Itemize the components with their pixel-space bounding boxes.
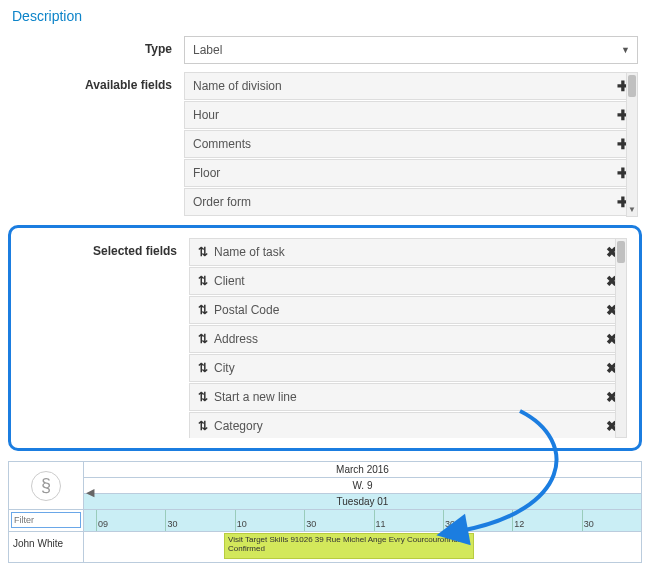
selected-field-item[interactable]: ⇅Client✖ (189, 267, 627, 295)
field-label: Category (214, 419, 606, 433)
drag-handle-icon[interactable]: ⇅ (198, 245, 208, 259)
scroll-thumb[interactable] (628, 75, 636, 97)
selected-fields-row: Selected fields ⇅Name of task✖⇅Client✖⇅P… (11, 238, 633, 438)
hour-tick (512, 510, 513, 531)
resource-name: John White (9, 532, 83, 562)
section-title: Description (0, 0, 650, 32)
selected-fields-list: ⇅Name of task✖⇅Client✖⇅Postal Code✖⇅Addr… (189, 238, 627, 438)
timeline-task-row: Visit Target Skills 91026 39 Rue Michel … (84, 532, 641, 562)
selected-field-item[interactable]: ⇅Start a new line✖ (189, 383, 627, 411)
hour-tick (443, 510, 444, 531)
hour-tick (304, 510, 305, 531)
timeline-task[interactable]: Visit Target Skills 91026 39 Rue Michel … (224, 533, 474, 559)
selected-field-item[interactable]: ⇅Category✖ (189, 412, 627, 438)
timeline-day: Tuesday 01 (84, 494, 641, 510)
field-label: Address (214, 332, 606, 346)
hour-tick (96, 510, 97, 531)
available-field-item[interactable]: Comments✚ (184, 130, 638, 158)
scrollbar[interactable]: ▼ (626, 72, 638, 217)
app-logo-icon: § (31, 471, 61, 501)
type-select[interactable]: Label (184, 36, 638, 64)
hour-label: 12 (514, 519, 524, 529)
available-field-item[interactable]: Floor✚ (184, 159, 638, 187)
timeline-logo-cell: § (9, 462, 83, 510)
timeline-month: March 2016 (84, 462, 641, 478)
scroll-thumb[interactable] (617, 241, 625, 263)
drag-handle-icon[interactable]: ⇅ (198, 332, 208, 346)
field-label: Name of division (193, 79, 617, 93)
selected-field-item[interactable]: ⇅Name of task✖ (189, 238, 627, 266)
timeline: § John White ◀ March 2016 W. 9 Tuesday 0… (8, 461, 642, 563)
drag-handle-icon[interactable]: ⇅ (198, 274, 208, 288)
scroll-down-icon[interactable]: ▼ (628, 205, 636, 214)
hour-label: 11 (376, 519, 386, 529)
type-row: Type Label ▼ (0, 32, 650, 68)
drag-handle-icon[interactable]: ⇅ (198, 303, 208, 317)
available-field-item[interactable]: Order form✚ (184, 188, 638, 216)
hour-label: 10 (237, 519, 247, 529)
filter-input[interactable] (11, 512, 81, 528)
task-text-line1: Visit Target Skills 91026 39 Rue Michel … (228, 535, 470, 544)
field-label: Hour (193, 108, 617, 122)
nav-left-icon[interactable]: ◀ (86, 486, 94, 499)
available-field-item[interactable]: Name of division✚ (184, 72, 638, 100)
field-label: City (214, 361, 606, 375)
field-label: Postal Code (214, 303, 606, 317)
field-label: Floor (193, 166, 617, 180)
field-label: Comments (193, 137, 617, 151)
selected-field-item[interactable]: ⇅Address✖ (189, 325, 627, 353)
selected-fields-highlight: Selected fields ⇅Name of task✖⇅Client✖⇅P… (8, 225, 642, 451)
field-label: Name of task (214, 245, 606, 259)
hour-tick (582, 510, 583, 531)
available-fields-row: Available fields Name of division✚Hour✚C… (0, 68, 650, 221)
type-label: Type (12, 36, 172, 56)
selected-field-item[interactable]: ⇅Postal Code✖ (189, 296, 627, 324)
hour-label: 30 (306, 519, 316, 529)
hour-tick (165, 510, 166, 531)
hour-label: 30 (167, 519, 177, 529)
available-fields-list: Name of division✚Hour✚Comments✚Floor✚Ord… (184, 72, 638, 217)
hour-label: 30 (445, 519, 455, 529)
timeline-hours: 0930103011301230 (84, 510, 641, 532)
hour-tick (374, 510, 375, 531)
selected-field-item[interactable]: ⇅City✖ (189, 354, 627, 382)
available-field-item[interactable]: Hour✚ (184, 101, 638, 129)
field-label: Order form (193, 195, 617, 209)
field-label: Client (214, 274, 606, 288)
hour-tick (235, 510, 236, 531)
available-fields-label: Available fields (12, 72, 172, 92)
hour-label: 30 (584, 519, 594, 529)
drag-handle-icon[interactable]: ⇅ (198, 390, 208, 404)
scrollbar[interactable] (615, 238, 627, 438)
drag-handle-icon[interactable]: ⇅ (198, 419, 208, 433)
selected-fields-label: Selected fields (17, 238, 177, 258)
task-text-line2: Confirmed (228, 544, 470, 553)
drag-handle-icon[interactable]: ⇅ (198, 361, 208, 375)
hour-label: 09 (98, 519, 108, 529)
timeline-week: W. 9 (84, 478, 641, 494)
field-label: Start a new line (214, 390, 606, 404)
